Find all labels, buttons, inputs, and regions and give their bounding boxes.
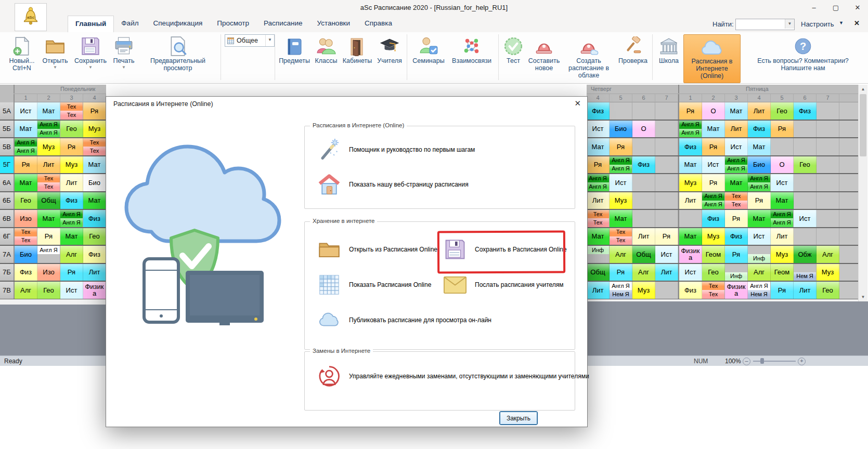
timetable-cell[interactable]: Био — [15, 246, 37, 263]
timetable-cell[interactable] — [794, 138, 817, 155]
timetable-cell[interactable] — [632, 210, 655, 227]
timetable-cell[interactable]: Ист — [702, 156, 725, 174]
class-row-header[interactable]: 7А — [0, 246, 15, 263]
timetable-cell[interactable]: ТехТех — [60, 102, 83, 120]
tab-file[interactable]: Файл — [114, 16, 146, 32]
timetable-cell[interactable] — [655, 102, 678, 120]
timetable-cell[interactable]: Англ ЯАнгл Я — [748, 174, 771, 191]
close-icon[interactable]: ✕ — [574, 99, 581, 108]
timetable-cell[interactable]: Физ — [679, 138, 702, 155]
timetable-cell[interactable]: Обж — [794, 246, 817, 263]
configure-button[interactable]: Настроить — [801, 20, 834, 28]
zoom-slider-track[interactable] — [753, 361, 796, 362]
timetable-cell[interactable]: Муз — [702, 228, 725, 245]
timetable-cell[interactable]: Мат — [37, 210, 60, 227]
timetable-cell[interactable] — [655, 121, 678, 138]
timetable-cell[interactable]: Ист — [794, 210, 817, 227]
timetable-cell[interactable]: Ря — [725, 246, 748, 263]
timetable-cell[interactable]: Гео — [83, 228, 106, 245]
timetable-cell[interactable]: Ря — [655, 228, 678, 245]
timetable-cell[interactable]: Лит — [771, 228, 794, 245]
timetable-cell[interactable]: Физ — [83, 246, 106, 263]
timetable-cell[interactable]: Гео — [817, 282, 839, 299]
timetable-cell[interactable] — [817, 210, 839, 227]
timetable-cell[interactable]: Мат — [83, 156, 106, 174]
timetable-cell[interactable]: Ист — [655, 246, 678, 263]
timetable-cell[interactable] — [632, 192, 655, 209]
timetable-cell[interactable] — [817, 102, 839, 120]
timetable-cell[interactable]: Алг — [610, 246, 632, 263]
timetable-cell[interactable] — [817, 121, 839, 138]
timetable-cell[interactable]: Ря — [679, 102, 702, 120]
scrollbar-thumb[interactable] — [860, 94, 866, 156]
timetable-cell[interactable]: Мат — [587, 138, 610, 155]
timetable-cell[interactable]: Муз — [632, 282, 655, 299]
timetable-cell[interactable]: Англ ЯАнгл Я — [610, 156, 632, 174]
timetable-cell[interactable]: Мат — [679, 156, 702, 174]
timetable-cell[interactable]: Англ ЯАнгл Я — [771, 210, 794, 227]
class-row-header[interactable]: 6Б — [0, 192, 15, 209]
timetable-cell[interactable]: Англ ЯНем Я — [748, 282, 771, 299]
timetable-cell[interactable]: Общ — [587, 264, 610, 281]
timetable-cell[interactable]: Физ — [702, 210, 725, 227]
tab-help[interactable]: Справка — [357, 16, 399, 32]
timetable-cell[interactable] — [817, 156, 839, 174]
dialog-item-show-online[interactable]: Показать Расписания Online — [316, 271, 431, 298]
scroll-down-icon[interactable]: ▼ — [859, 293, 867, 301]
timetable-cell[interactable] — [632, 174, 655, 191]
vertical-scrollbar[interactable]: ▲ ▼ — [858, 85, 867, 301]
timetable-cell[interactable] — [679, 210, 702, 227]
timetable-cell[interactable]: Мат — [37, 102, 60, 120]
timetable-cell[interactable] — [655, 138, 678, 155]
close-dialog-button[interactable]: Закрыть — [500, 412, 537, 425]
generate-cloud-button[interactable]: Создать расписание в облаке — [563, 34, 615, 82]
timetable-cell[interactable]: Англ ЯАнгл Я — [15, 138, 37, 155]
timetable-cell[interactable]: ТехТех — [83, 138, 106, 155]
timetable-cell[interactable]: Мат — [725, 102, 748, 120]
print-button[interactable]: Печать ▼ — [110, 34, 137, 82]
timetable-cell[interactable] — [817, 174, 839, 191]
zoom-slider-thumb[interactable] — [760, 358, 764, 364]
timetable-cell[interactable]: Физика — [725, 282, 748, 299]
dialog-item-webpage[interactable]: Показать нашу веб-страницу расписания — [316, 171, 469, 198]
timetable-cell[interactable]: Мат — [610, 210, 632, 227]
teachers-button[interactable]: Учителя — [374, 34, 405, 82]
zoom-in-button[interactable]: + — [798, 358, 806, 365]
timetable-cell[interactable] — [794, 121, 817, 138]
timetable-cell[interactable]: Гео — [37, 282, 60, 299]
questions-button[interactable]: ? Есть вопросы? Комментарии? Напишите на… — [742, 34, 864, 82]
subjects-button[interactable]: Предметы — [278, 34, 311, 82]
print-preview-button[interactable]: Предварительный просмотр — [138, 34, 217, 82]
timetable-cell[interactable]: ТехТех — [587, 210, 610, 227]
timetable-cell[interactable]: Гео — [702, 264, 725, 281]
classes-button[interactable]: Классы — [312, 34, 340, 82]
class-row-header[interactable]: 5А — [0, 102, 15, 120]
timetable-cell[interactable]: Англ ЯНем Я — [610, 282, 632, 299]
timetable-cell[interactable]: Мат — [679, 228, 702, 245]
timetable-cell[interactable] — [655, 210, 678, 227]
timetable-cell[interactable]: Инф — [748, 246, 771, 263]
chevron-down-icon[interactable]: ▼ — [265, 35, 274, 46]
maximize-button[interactable]: ▢ — [827, 2, 845, 14]
horizontal-scrollbar[interactable] — [0, 299, 106, 305]
timetables-online-button[interactable]: Расписания в Интернете (Online) — [683, 34, 741, 83]
timetable-cell[interactable]: Лит — [748, 102, 771, 120]
timetable-cell[interactable]: ТехТех — [37, 174, 60, 191]
timetable-cell[interactable]: Био — [748, 156, 771, 174]
timetable-cell[interactable]: Муз — [83, 121, 106, 138]
timetable-cell[interactable]: Геом — [771, 264, 794, 281]
timetable-cell[interactable]: Ря — [610, 138, 632, 155]
chevron-down-icon[interactable]: ▼ — [839, 20, 844, 25]
new-button[interactable]: Новый... Ctrl+N — [5, 34, 38, 82]
zoom-out-button[interactable]: – — [743, 358, 750, 365]
timetable-cell[interactable]: Физ — [748, 121, 771, 138]
class-row-header[interactable]: 6А — [0, 174, 15, 191]
timetable-cell[interactable]: Лит — [655, 264, 678, 281]
timetable-cell[interactable]: Ря — [60, 264, 83, 281]
timetable-cell[interactable]: Ря — [587, 156, 610, 174]
test-button[interactable]: Тест — [501, 34, 525, 82]
timetable-cell[interactable] — [610, 102, 632, 120]
timetable-cell[interactable]: Англ ЯАнгл Я — [587, 174, 610, 191]
timetable-cell[interactable]: Алг — [15, 282, 37, 299]
timetable-cell[interactable]: Ист — [15, 102, 37, 120]
